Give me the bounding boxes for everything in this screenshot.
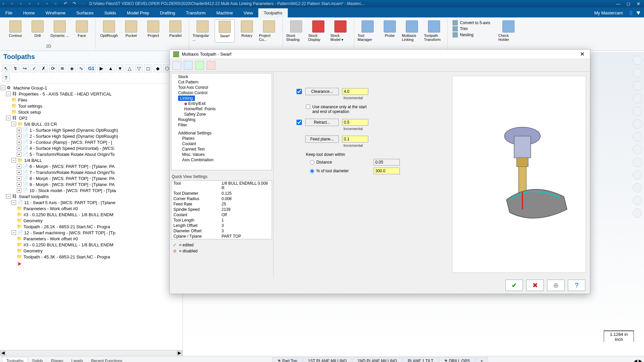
tree-op-4[interactable]: 4 - Surface High Speed (Horizontal) - [W… xyxy=(30,146,115,151)
pnode-coolant[interactable]: Coolant xyxy=(172,141,271,146)
tab-file[interactable]: File xyxy=(0,8,18,17)
tb-check-icon[interactable]: ✓ xyxy=(30,64,38,72)
tree-op-8[interactable]: 8 - Morph - [WCS: PART TOP] - [Tplane: P… xyxy=(30,176,115,181)
btn-contour[interactable]: Contour xyxy=(5,19,25,39)
useclearance-check[interactable] xyxy=(306,105,310,109)
btn-pocket[interactable]: Pocket xyxy=(121,19,141,39)
btab-levels[interactable]: Levels xyxy=(67,357,87,362)
plane-tab-2[interactable]: 2ND PLANE MILLING xyxy=(353,357,402,362)
pnode-safety[interactable]: Safety Zone xyxy=(172,112,271,117)
pnode-axiscombo[interactable]: Axis Combination xyxy=(172,157,271,163)
feedplane-button[interactable]: Feed plane... xyxy=(305,135,339,143)
clearance-input[interactable] xyxy=(342,88,368,95)
dlg-tb-3[interactable] xyxy=(195,61,204,70)
rail-icon-5[interactable] xyxy=(633,107,642,116)
rail-icon-13[interactable] xyxy=(633,208,642,218)
tb-select-icon[interactable]: ↖ xyxy=(2,64,10,72)
pnode-collision[interactable]: Collision Control xyxy=(172,90,271,96)
print-icon[interactable]: ▫ xyxy=(38,1,43,6)
tree-op-6[interactable]: 6 - Morph - [WCS: PART TOP] - [Tplane: P… xyxy=(30,164,115,169)
saveall-icon[interactable]: ▫ xyxy=(29,1,34,6)
tb-x-icon[interactable]: ✗ xyxy=(40,64,48,72)
btn-stock-model[interactable]: Stock Model ▾ xyxy=(330,19,351,43)
plane-tab-4[interactable]: DRILL OPS xyxy=(439,357,475,362)
hscroll-left[interactable]: ◀ xyxy=(0,350,6,356)
rail-icon-12[interactable] xyxy=(633,196,642,205)
btn-triangular[interactable]: Triangular ... xyxy=(193,19,213,43)
rail-icon-1[interactable] xyxy=(633,56,642,65)
save-icon[interactable]: ▫ xyxy=(20,1,25,6)
insert-arrow-icon[interactable]: ➤ xyxy=(17,260,22,267)
cancel-button[interactable]: ✖ xyxy=(526,280,544,291)
redo-icon[interactable]: ↷ xyxy=(72,1,78,6)
tree-files[interactable]: Files xyxy=(18,98,27,103)
feedplane-input[interactable] xyxy=(342,136,368,142)
btn-tool-manager[interactable]: Tool Manager xyxy=(358,19,378,43)
pnode-homeref[interactable]: Home/Ref. Points xyxy=(172,106,271,112)
tree-mg[interactable]: Machine Group-1 xyxy=(13,85,47,90)
plane-tab-add[interactable]: + xyxy=(476,357,488,362)
btn-trim[interactable]: Trim xyxy=(452,26,490,32)
tab-transform[interactable]: Transform xyxy=(180,8,211,17)
pnode-filter[interactable]: Filter xyxy=(172,122,271,128)
pnode-canned[interactable]: Canned Text xyxy=(172,146,271,152)
dlg-tb-4[interactable] xyxy=(207,61,215,70)
tree-op-1[interactable]: 1 - Surface High Speed (Dynamic OptiRoug… xyxy=(30,128,118,133)
btab-toolpaths[interactable]: Toolpaths xyxy=(2,357,28,362)
tab-drafting[interactable]: Drafting xyxy=(155,8,181,17)
rail-icon-8[interactable] xyxy=(633,145,642,154)
tab-home[interactable]: Home xyxy=(18,8,40,17)
open-icon[interactable]: ▫ xyxy=(11,1,17,6)
apply-button[interactable]: ⊕ xyxy=(547,280,565,291)
tree-op-11[interactable]: 11 - Swarf 5 Axis - [WCS: PART TOP] - [T… xyxy=(24,200,115,205)
rail-icon-7[interactable] xyxy=(633,132,642,141)
tree-props[interactable]: Properties - 5 - AXIS TABLE - HEAD VERTI… xyxy=(19,92,112,97)
tree-op-7[interactable]: 7 - Transform/Rotate Rotate About Origin… xyxy=(30,170,115,175)
rail-icon-6[interactable] xyxy=(633,119,642,129)
tree-geom2[interactable]: Geometry xyxy=(23,248,43,253)
tb-tri-icon[interactable]: △ xyxy=(125,64,133,72)
tb-box-icon[interactable]: ◻ xyxy=(144,64,152,72)
help-icon[interactable]: ⯆ xyxy=(636,10,641,15)
tree-op-9[interactable]: 9 - Morph - [WCS: PART TOP] - [Tplane: P… xyxy=(30,182,115,187)
minimize-icon[interactable]: — xyxy=(615,1,621,6)
clearance-button[interactable]: Clearance... xyxy=(305,88,339,95)
pnode-cutpattern[interactable]: Cut Pattern xyxy=(172,79,271,85)
pct-input[interactable] xyxy=(374,168,400,174)
btn-rotary[interactable]: Rotary xyxy=(237,19,257,43)
paste-icon[interactable]: ▫ xyxy=(55,1,60,6)
btab-solids[interactable]: Solids xyxy=(28,357,47,362)
pnode-roughing[interactable]: Roughing xyxy=(172,117,271,122)
btn-nesting[interactable]: Nesting xyxy=(452,32,490,38)
btab-planes[interactable]: Planes xyxy=(47,357,67,362)
rail-icon-2[interactable] xyxy=(633,68,642,78)
tree-tool2[interactable]: #3 - 0.1250 BULL ENDMILL - 1/8 BULL ENDM xyxy=(23,242,113,247)
rail-icon-4[interactable] xyxy=(633,94,642,103)
btn-drill[interactable]: Drill xyxy=(28,19,48,39)
tree-op-10[interactable]: 10 - Stock model - [WCS: PART TOP] - [Tp… xyxy=(30,188,116,193)
tree-op-2[interactable]: 2 - Surface High Speed (Dynamic OptiRoug… xyxy=(30,134,118,139)
rail-icon-3[interactable] xyxy=(633,81,642,90)
tb-diam-icon[interactable]: ◆ xyxy=(154,64,162,72)
copy-icon[interactable]: ▫ xyxy=(46,1,52,6)
tree-geom1[interactable]: Geometry xyxy=(23,218,43,223)
tree-swarftp[interactable]: Swarf toolpaths xyxy=(19,194,49,199)
clearance-check[interactable] xyxy=(297,89,302,94)
tree-tool1[interactable]: #3 - 0.1250 BULL ENDMILL - 1/8 BULL ENDM xyxy=(23,212,113,217)
btn-stock-display[interactable]: Stock Display xyxy=(308,19,328,43)
pnode-entryexit[interactable]: Entry/Exit xyxy=(172,101,271,106)
tb-g1[interactable]: G1 xyxy=(87,64,96,72)
tab-modelprep[interactable]: Model Prep xyxy=(121,8,154,17)
new-icon[interactable]: ▫ xyxy=(3,1,8,6)
btab-recent[interactable]: Recent Functions xyxy=(87,357,126,362)
pnode-toolaxis[interactable]: Tool Axis Control xyxy=(172,85,271,90)
tree-op-3[interactable]: 3 - Contour (Ramp) - [WCS: PART TOP] - [ xyxy=(30,140,112,145)
pct-radio[interactable] xyxy=(310,169,314,173)
tree-op-5[interactable]: 5 - Transform/Rotate Rotate About Origin… xyxy=(30,152,115,157)
btn-face[interactable]: Face xyxy=(72,19,92,39)
tab-solids[interactable]: Solids xyxy=(99,8,121,17)
tree-params1[interactable]: Parameters - Work offset #0 xyxy=(23,206,78,211)
pnode-linking[interactable]: Linking xyxy=(178,96,195,101)
tab-nav-left-icon[interactable]: ◀ xyxy=(634,358,637,362)
maximize-icon[interactable]: ◻ xyxy=(625,1,631,6)
